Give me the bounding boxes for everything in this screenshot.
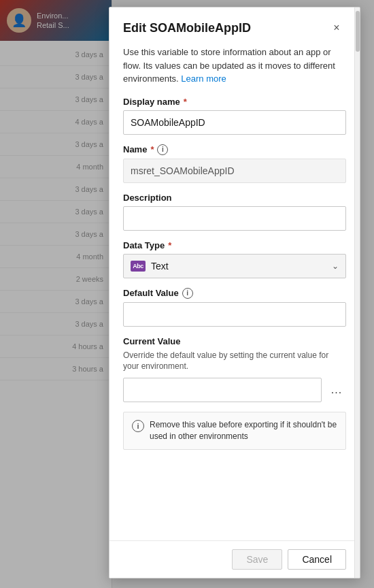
- modal-description: Use this variable to store information a…: [123, 46, 346, 86]
- data-type-label: Data Type *: [123, 240, 346, 250]
- warning-text: Remove this value before exporting if it…: [150, 419, 337, 442]
- data-type-group: Data Type * Abc Text ⌄: [123, 240, 346, 278]
- current-value-input-row: ...: [123, 378, 346, 402]
- name-input: [123, 159, 346, 183]
- modal-header: Edit SOAMobileAppID ×: [109, 7, 360, 46]
- default-value-group: Default Value i: [123, 288, 346, 327]
- required-star: *: [168, 240, 171, 250]
- modal-scrollbar[interactable]: [354, 7, 360, 578]
- current-value-label: Current Value: [123, 336, 346, 346]
- data-type-dropdown[interactable]: Abc Text ⌄: [123, 254, 346, 278]
- default-value-input[interactable]: [123, 302, 346, 327]
- display-name-input[interactable]: [123, 110, 346, 135]
- name-group: Name * i: [123, 144, 346, 183]
- scrollbar-thumb[interactable]: [356, 11, 360, 52]
- description-group: Description: [123, 193, 346, 231]
- modal-body: Use this variable to store information a…: [109, 46, 360, 540]
- display-name-label: Display name *: [123, 97, 346, 107]
- modal-footer: Save Cancel: [109, 540, 360, 578]
- data-type-selected-value: Text: [151, 261, 169, 272]
- display-name-group: Display name *: [123, 97, 346, 135]
- name-label: Name * i: [123, 144, 346, 155]
- current-value-description: Override the default value by setting th…: [123, 350, 346, 373]
- warning-info-icon: i: [132, 420, 144, 432]
- required-star: *: [150, 144, 154, 154]
- required-star: *: [184, 97, 187, 107]
- name-info-icon[interactable]: i: [157, 144, 168, 155]
- save-button: Save: [232, 549, 282, 570]
- cancel-button[interactable]: Cancel: [288, 549, 346, 570]
- data-type-icon: Abc: [131, 261, 146, 272]
- edit-variable-modal: Edit SOAMobileAppID × Use this variable …: [109, 7, 360, 578]
- warning-box: i Remove this value before exporting if …: [123, 412, 346, 450]
- current-value-group: Current Value Override the default value…: [123, 336, 346, 403]
- data-type-dropdown-container: Abc Text ⌄: [123, 254, 346, 278]
- description-label: Description: [123, 193, 346, 203]
- default-value-info-icon[interactable]: i: [182, 288, 193, 299]
- default-value-label: Default Value i: [123, 288, 346, 299]
- description-input[interactable]: [123, 206, 346, 231]
- chevron-down-icon: ⌄: [332, 261, 339, 271]
- learn-more-link[interactable]: Learn more: [181, 74, 226, 84]
- modal-close-button[interactable]: ×: [327, 18, 346, 37]
- modal-title: Edit SOAMobileAppID: [123, 21, 251, 35]
- current-value-input[interactable]: [123, 378, 322, 402]
- ellipsis-button[interactable]: ...: [327, 380, 346, 399]
